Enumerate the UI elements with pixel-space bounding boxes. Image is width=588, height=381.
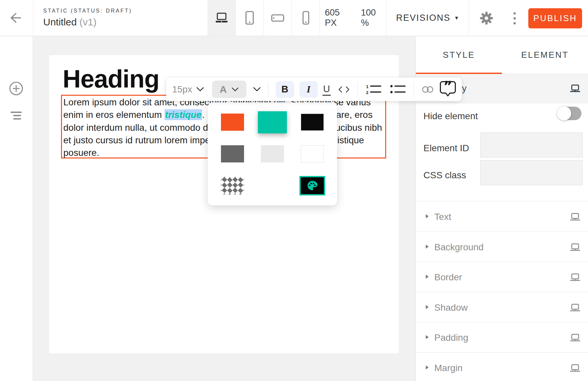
font-size-dropdown[interactable]: 15px bbox=[172, 84, 192, 95]
settings-button[interactable] bbox=[479, 11, 494, 26]
divider bbox=[357, 82, 357, 97]
panel-tabs: STYLE ELEMENT bbox=[416, 36, 588, 74]
device-tablet-button[interactable] bbox=[235, 0, 263, 36]
hide-element-toggle[interactable] bbox=[558, 107, 581, 120]
section-label: Text bbox=[434, 212, 451, 222]
bullet-list-button[interactable] bbox=[390, 84, 406, 95]
tab-element[interactable]: ELEMENT bbox=[502, 36, 588, 74]
css-class-input[interactable] bbox=[480, 160, 583, 185]
tablet-landscape-icon bbox=[270, 11, 285, 24]
quote-bubble-icon: ” bbox=[439, 80, 457, 99]
chevron-down-icon bbox=[253, 87, 261, 92]
tablet-icon bbox=[243, 11, 256, 25]
section-border[interactable]: Border bbox=[416, 261, 588, 292]
device-scope-icon[interactable] bbox=[570, 273, 580, 282]
chevron-right-icon bbox=[426, 275, 429, 279]
swatch-cell bbox=[293, 170, 332, 201]
more-options-button[interactable] bbox=[511, 10, 518, 26]
publish-button[interactable]: PUBLISH bbox=[528, 8, 582, 28]
link-icon bbox=[421, 85, 434, 94]
svg-text:2: 2 bbox=[366, 90, 368, 95]
highlighted-word: tristique bbox=[165, 109, 202, 120]
zoom-level-value: 100 % bbox=[361, 8, 386, 28]
section-shadow[interactable]: Shadow bbox=[416, 292, 588, 322]
chevron-right-icon bbox=[426, 335, 429, 339]
css-class-label: CSS class bbox=[423, 170, 466, 181]
custom-color-button[interactable] bbox=[299, 176, 325, 195]
arrow-left-icon bbox=[8, 11, 22, 24]
quote-bubble-button[interactable]: ” bbox=[439, 80, 457, 99]
document-title: Untitled (v1) bbox=[43, 17, 132, 28]
kebab-icon bbox=[513, 12, 516, 15]
chevron-down-icon bbox=[232, 87, 239, 92]
section-text[interactable]: Text bbox=[416, 201, 588, 231]
checker-pattern bbox=[221, 177, 244, 194]
link-button[interactable] bbox=[421, 85, 434, 94]
svg-text:”: ” bbox=[443, 80, 452, 94]
device-scope-icon[interactable] bbox=[570, 303, 580, 312]
page-heading[interactable]: Heading bbox=[63, 64, 159, 93]
back-button[interactable] bbox=[8, 11, 22, 24]
divider bbox=[414, 82, 414, 97]
palette-icon bbox=[306, 180, 318, 191]
italic-button[interactable]: I bbox=[299, 81, 318, 98]
device-scope-icon[interactable] bbox=[570, 84, 580, 94]
divider bbox=[469, 0, 469, 36]
layers-button[interactable] bbox=[11, 112, 22, 120]
bold-button[interactable]: B bbox=[276, 81, 294, 98]
swatch-orange[interactable] bbox=[221, 114, 244, 131]
swatch-teal-selected[interactable] bbox=[258, 111, 287, 133]
device-desktop-button[interactable] bbox=[207, 0, 235, 36]
tab-style[interactable]: STYLE bbox=[416, 36, 502, 74]
bullet-list-icon bbox=[390, 84, 406, 95]
section-label: Border bbox=[434, 272, 462, 283]
swatch-cell bbox=[252, 170, 292, 201]
section-label: Margin bbox=[434, 363, 463, 373]
swatch-cell bbox=[252, 138, 292, 170]
device-scope-icon[interactable] bbox=[570, 333, 580, 342]
swatch-cell bbox=[293, 138, 332, 170]
section-label: Padding bbox=[434, 332, 468, 343]
swatch-cell bbox=[212, 106, 252, 138]
plus-circle-icon bbox=[9, 81, 24, 96]
element-id-input[interactable] bbox=[480, 132, 583, 157]
chevron-right-icon bbox=[426, 245, 429, 249]
highlight-color-dropdown[interactable] bbox=[253, 87, 261, 92]
visibility-fields: Hide element Element ID CSS class bbox=[416, 103, 588, 201]
code-button[interactable] bbox=[338, 86, 350, 93]
text-color-button[interactable]: A bbox=[212, 81, 246, 98]
swatch-cell bbox=[212, 138, 252, 170]
laptop-icon bbox=[214, 11, 229, 24]
underline-button[interactable]: U bbox=[323, 83, 331, 96]
status-label: STATIC (STATUS: DRAFT) bbox=[43, 8, 132, 14]
caret-down-icon: ▾ bbox=[455, 14, 459, 21]
text-toolbar: 15px A B I U 1 2 bbox=[166, 78, 462, 101]
swatch-light-gray[interactable] bbox=[261, 145, 284, 162]
device-scope-icon[interactable] bbox=[570, 364, 580, 373]
swatch-dark-gray[interactable] bbox=[221, 145, 244, 162]
chevron-right-icon bbox=[426, 214, 429, 218]
section-margin[interactable]: Margin bbox=[416, 352, 588, 381]
device-scope-icon[interactable] bbox=[570, 243, 580, 252]
chevron-right-icon bbox=[426, 365, 429, 369]
device-scope-icon[interactable] bbox=[570, 212, 580, 222]
section-padding[interactable]: Padding bbox=[416, 322, 588, 352]
divider bbox=[33, 0, 33, 36]
device-tablet-landscape-button[interactable] bbox=[263, 0, 292, 36]
element-id-label: Element ID bbox=[423, 143, 469, 154]
swatch-black[interactable] bbox=[301, 114, 324, 131]
chevron-right-icon bbox=[426, 305, 429, 309]
chevron-down-icon[interactable] bbox=[196, 87, 204, 92]
canvas-size-indicator: 605 PX 100 % bbox=[325, 0, 386, 36]
swatch-white[interactable] bbox=[301, 145, 324, 162]
add-element-button[interactable] bbox=[9, 81, 24, 96]
divider bbox=[268, 82, 268, 97]
ordered-list-button[interactable]: 1 2 bbox=[365, 84, 382, 95]
swatch-transparent[interactable] bbox=[221, 177, 244, 194]
section-background[interactable]: Background bbox=[416, 231, 588, 262]
revisions-dropdown[interactable]: REVISIONS ▾ bbox=[386, 0, 469, 36]
canvas-width-value: 605 PX bbox=[325, 8, 354, 28]
smartphone-icon bbox=[299, 11, 312, 25]
color-picker-popup bbox=[208, 102, 337, 205]
device-mobile-button[interactable] bbox=[292, 0, 320, 36]
